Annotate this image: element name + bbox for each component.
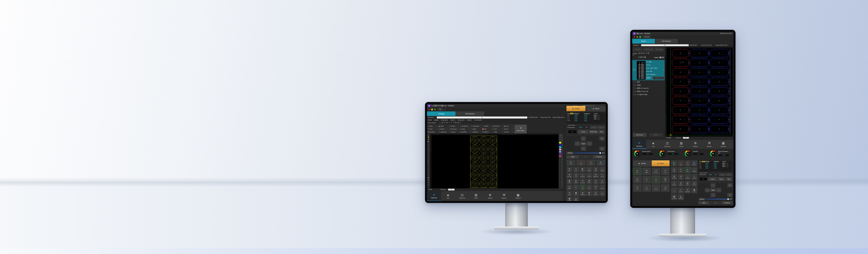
transport-button[interactable]: ▶Start bbox=[566, 159, 576, 166]
ribbon-button[interactable]: ⌑Cooling Po bbox=[471, 131, 482, 134]
utility-button[interactable]: ✳Laser bbox=[661, 168, 670, 175]
action-button[interactable]: ▶Start bbox=[671, 160, 677, 166]
jog-rapid-button[interactable]: Rapid bbox=[710, 189, 716, 192]
queue-tool-button[interactable]: ⇅ bbox=[648, 52, 649, 54]
jog-mode-button[interactable]: Jog bbox=[580, 155, 592, 158]
menu-item[interactable]: File(F) bbox=[428, 119, 432, 121]
item-checkbox[interactable]: ☑ bbox=[633, 69, 634, 70]
item-checkbox[interactable] bbox=[633, 94, 635, 96]
jog-zplus-button[interactable]: Z+ bbox=[727, 183, 733, 187]
sim-frp-select[interactable]: SIM Frp ▾ bbox=[566, 152, 574, 154]
layer-color-swatch[interactable] bbox=[559, 146, 561, 148]
drawing-tool-icon[interactable]: ▯ bbox=[427, 169, 430, 172]
ribbon-button[interactable]: ⊳Reverse▾ bbox=[449, 125, 460, 128]
focus-input[interactable]: 0 bbox=[700, 178, 707, 180]
ribbon-button[interactable]: ⇱Travel▾ bbox=[427, 128, 438, 131]
action-button[interactable]: ⇵Follow bbox=[678, 181, 684, 187]
utility-button[interactable]: ✛Pos Laser bbox=[652, 168, 660, 175]
jog-left-button[interactable]: ← bbox=[705, 188, 710, 192]
jog-down-button[interactable]: ↓ bbox=[581, 146, 586, 151]
focus-input[interactable]: 0 bbox=[568, 131, 577, 133]
action-button[interactable]: ▶Resume bbox=[691, 160, 698, 166]
queue-item[interactable]: 611.26续牛470大图 bbox=[632, 93, 664, 96]
mode-batch-button[interactable]: ☰Batch bbox=[586, 106, 606, 111]
slider-knob[interactable] bbox=[599, 152, 601, 154]
queue-item[interactable]: 2咖啡 bbox=[632, 80, 664, 83]
machine-button[interactable]: ⌂Go Home bbox=[580, 173, 586, 178]
queue-tool-button[interactable]: ▷ bbox=[643, 56, 644, 58]
focus-stop-button[interactable]: Stop bbox=[726, 177, 732, 181]
jog-up-button[interactable]: ↑ bbox=[581, 137, 586, 141]
quick-tool-icon[interactable]: ▢ bbox=[439, 122, 441, 123]
queue-tool-button[interactable]: ▦ bbox=[645, 56, 646, 58]
item-checkbox[interactable] bbox=[633, 84, 635, 86]
action-button[interactable]: ▣Lock bbox=[691, 187, 698, 193]
action-button[interactable]: ⌂Go Home bbox=[685, 174, 691, 180]
utility-button[interactable]: ≀Lubricate bbox=[652, 184, 660, 192]
utility-button[interactable]: ◉Power bbox=[633, 168, 642, 175]
drawing-tool-icon[interactable]: 🔍 bbox=[427, 141, 430, 143]
jog-zplus-button[interactable]: Z+ bbox=[599, 137, 604, 141]
layer-color-swatch[interactable] bbox=[559, 144, 561, 146]
machine-button[interactable]: ✛Pos Laser bbox=[580, 179, 586, 184]
focus-stop-button[interactable]: Stop bbox=[598, 130, 604, 134]
machine-button[interactable]: ⊠Mark bbox=[586, 191, 592, 196]
quick-tool-icon[interactable]: ⬓ bbox=[457, 122, 459, 123]
action-button[interactable]: ✂Jog Cut bbox=[678, 187, 684, 193]
ribbon-button[interactable]: ▣Group bbox=[438, 125, 449, 128]
queue-item[interactable]: 4圆钢10.25.dwg22222 bbox=[632, 86, 664, 90]
machine-button[interactable]: ⬚Selected bbox=[599, 167, 605, 172]
nav-item[interactable]: ⚙Settings bbox=[483, 191, 497, 201]
drawing-tool-icon[interactable]: ◠ bbox=[427, 153, 430, 155]
nav-item[interactable]: ◳Monitoring bbox=[455, 191, 469, 201]
ribbon-button[interactable]: ☑Instant Prop bbox=[438, 131, 449, 134]
queue-item[interactable]: 5圆钢10.20.dwg-小车 bbox=[632, 90, 664, 93]
machine-button[interactable]: ≀Lubricate bbox=[599, 185, 605, 190]
machine-button[interactable]: ▦Cut Sheet bbox=[566, 197, 572, 201]
queue-tool-button[interactable]: ↺ bbox=[639, 52, 640, 54]
ribbon-button[interactable]: ◎Optimize▾ bbox=[438, 128, 449, 131]
drawing-tool-icon[interactable]: ▣ bbox=[427, 176, 430, 179]
quick-tool-icon[interactable]: ☒ bbox=[460, 122, 461, 123]
machine-button[interactable]: ⇵Follow bbox=[593, 167, 599, 172]
move-dis-input[interactable]: 10 bbox=[683, 137, 689, 139]
action-button[interactable]: ⊠Mark bbox=[685, 181, 691, 187]
select-all[interactable]: ☐ Select All bbox=[633, 53, 638, 56]
tab-sub-machine[interactable]: Sub Machine bbox=[655, 39, 678, 43]
queue-item-active[interactable]: ☑ 1 File: 南瓜 Technic: Scale: 121.6 * 195… bbox=[632, 60, 664, 80]
item-checkbox[interactable] bbox=[633, 91, 635, 92]
forward-button[interactable]: Forward » bbox=[721, 201, 733, 204]
machine-button[interactable]: ⧉Frame bbox=[566, 167, 572, 172]
quick-tool-icon[interactable]: 🗁 bbox=[444, 122, 445, 123]
sim-frp-select[interactable]: SIM Frp ▾ bbox=[699, 198, 705, 200]
machine-button[interactable]: ✢Fan bbox=[593, 185, 599, 190]
layer-hide-cross[interactable]: ✕ bbox=[559, 139, 561, 141]
queue-tool-button[interactable]: ▤ bbox=[640, 56, 642, 58]
nav-item[interactable]: ⚒Maintain bbox=[702, 140, 716, 149]
drawing-tool-icon[interactable]: ⬭ bbox=[427, 172, 430, 174]
machine-button[interactable]: ✳Laser bbox=[593, 179, 599, 184]
tab-drawing[interactable]: Drawing bbox=[427, 111, 456, 116]
transport-button[interactable]: ▶Resume bbox=[596, 159, 605, 166]
mode-nimble-button[interactable]: ◉Nimble bbox=[633, 160, 651, 167]
drawing-tool-icon[interactable]: ◡ bbox=[427, 155, 430, 157]
ribbon-button[interactable]: ⌖Set Start Poi bbox=[460, 125, 470, 128]
action-button[interactable]: ↔M Dist▾ bbox=[671, 187, 677, 193]
ribbon-button[interactable]: ≒Bridge bbox=[471, 128, 482, 131]
ribbon-button[interactable]: ∟Chamfer bbox=[482, 125, 492, 128]
utility-button[interactable]: ∪Clean bbox=[643, 184, 651, 192]
focus-locate-button[interactable]: Locate bbox=[708, 177, 717, 181]
jog-right-button[interactable]: → bbox=[716, 188, 721, 192]
action-button[interactable]: ⊕Set Origin bbox=[671, 174, 677, 180]
mode-batch-button[interactable]: ☰Batch bbox=[652, 160, 670, 166]
menu-item[interactable]: Technics(T) bbox=[458, 119, 465, 121]
nav-item[interactable]: ⚙Settings bbox=[688, 140, 702, 149]
layer-color-swatch[interactable] bbox=[559, 153, 561, 155]
continuous-cut-select[interactable]: Continuous cut ▾ bbox=[643, 47, 654, 52]
instant-setting-button[interactable]: Instant Setting bbox=[654, 47, 664, 52]
ribbon-button[interactable]: ↯Lead line▾ bbox=[449, 131, 460, 134]
layer-color-swatch[interactable] bbox=[559, 155, 561, 157]
ribbon-button[interactable]: ▩Array▾ bbox=[503, 125, 514, 128]
layer-color-swatch[interactable] bbox=[559, 142, 561, 144]
canvas-scrollbar[interactable] bbox=[561, 134, 563, 189]
